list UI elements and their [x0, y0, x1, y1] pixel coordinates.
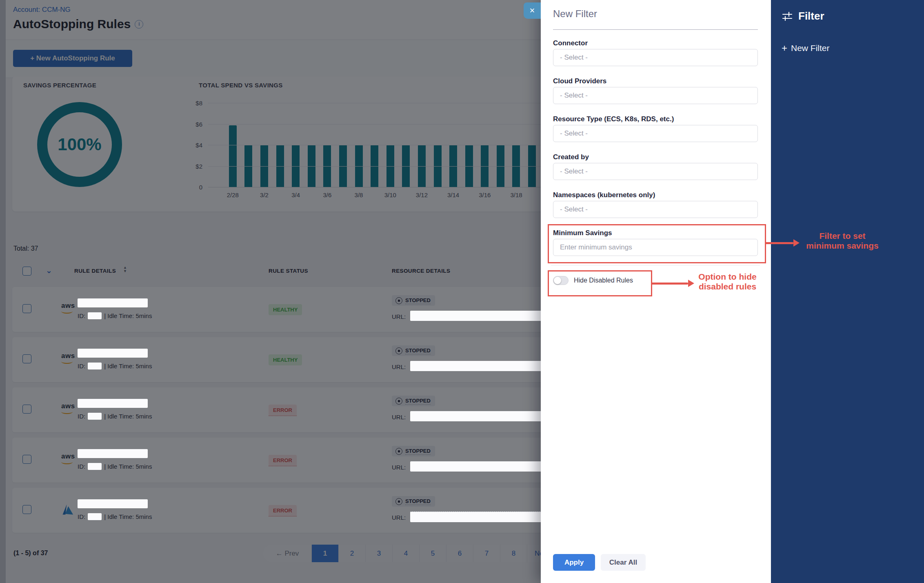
- minimum-savings-label: Minimum Savings: [553, 229, 612, 237]
- annotation-text-hide-disabled: Option to hidedisabled rules: [694, 272, 761, 292]
- redacted-rule-name: [78, 349, 148, 358]
- annotation-arrow-minimum-savings: [765, 239, 800, 247]
- redacted-rule-name: [78, 499, 148, 508]
- redacted-url: [410, 311, 546, 321]
- redacted-url: [410, 361, 546, 371]
- connector-select[interactable]: - Select -: [553, 49, 758, 66]
- drawer-divider: [551, 265, 760, 266]
- hide-disabled-rules-toggle[interactable]: [553, 276, 569, 285]
- redacted-rule-id: [88, 513, 102, 520]
- hide-disabled-rules-label: Hide Disabled Rules: [574, 277, 633, 284]
- filter-side-panel: Filter + New Filter: [771, 0, 924, 583]
- annotation-text-minimum-savings: Filter to setminimum savings: [799, 231, 886, 251]
- redacted-rule-id: [88, 413, 102, 420]
- namespaces-select[interactable]: - Select -: [553, 201, 758, 218]
- redacted-rule-name: [78, 449, 148, 458]
- redacted-rule-id: [88, 463, 102, 470]
- filter-name-input[interactable]: New Filter: [553, 8, 597, 20]
- created-by-label: Created by: [553, 153, 589, 161]
- resource-type-label: Resource Type (ECS, K8s, RDS, etc.): [553, 115, 674, 123]
- new-filter-button[interactable]: + New Filter: [782, 43, 830, 53]
- namespaces-label: Namespaces (kubernetes only): [553, 191, 655, 199]
- resource-type-select[interactable]: - Select -: [553, 125, 758, 142]
- clear-all-button[interactable]: Clear All: [601, 554, 646, 571]
- filter-name-underline: [553, 29, 758, 30]
- minimum-savings-input[interactable]: [553, 239, 758, 256]
- sliders-filter-icon: [782, 11, 793, 22]
- redacted-rule-name: [78, 399, 148, 408]
- hide-disabled-rules-row: Hide Disabled Rules: [553, 276, 633, 285]
- created-by-select[interactable]: - Select -: [553, 163, 758, 180]
- filter-panel-title: Filter: [798, 10, 824, 22]
- filter-panel-header: Filter: [782, 10, 824, 22]
- redacted-rule-name: [78, 298, 148, 307]
- apply-button[interactable]: Apply: [553, 554, 595, 571]
- redacted-rule-id: [88, 312, 102, 319]
- redacted-url: [410, 411, 546, 421]
- redacted-url: [410, 461, 546, 472]
- filter-drawer: × New Filter Connector - Select - Cloud …: [541, 0, 771, 583]
- plus-icon: +: [782, 43, 787, 53]
- redacted-rule-id: [88, 363, 102, 369]
- cloud-providers-label: Cloud Providers: [553, 77, 606, 85]
- redacted-url: [410, 512, 546, 522]
- cloud-providers-select[interactable]: - Select -: [553, 87, 758, 104]
- annotation-arrow-hide-disabled: [651, 280, 694, 287]
- connector-label: Connector: [553, 39, 588, 47]
- close-icon[interactable]: ×: [524, 2, 541, 19]
- autostopping-rules-page: Account: CCM-NG AutoStopping Rules i + N…: [0, 0, 924, 583]
